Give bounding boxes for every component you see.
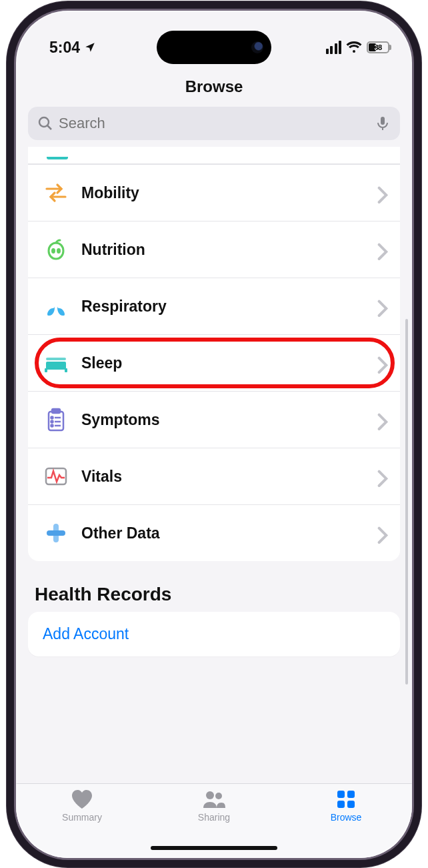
respiratory-icon bbox=[43, 293, 69, 320]
page-title: Browse bbox=[16, 64, 412, 104]
list-item-nutrition[interactable]: Nutrition bbox=[28, 221, 400, 278]
cellular-signal-icon bbox=[326, 41, 342, 54]
list-item-label: Respiratory bbox=[81, 298, 377, 316]
other-data-icon bbox=[43, 520, 69, 546]
list-item-label: Sleep bbox=[81, 354, 377, 372]
svg-point-6 bbox=[58, 250, 60, 253]
list-item-sleep[interactable]: Sleep bbox=[28, 334, 400, 391]
front-camera-icon bbox=[251, 41, 263, 53]
scroll-indicator[interactable] bbox=[405, 319, 408, 685]
svg-rect-10 bbox=[65, 368, 67, 372]
svg-point-23 bbox=[215, 793, 222, 799]
device-frame: 5:04 38 Browse bbox=[16, 11, 412, 858]
chevron-right-icon bbox=[377, 300, 388, 313]
chevron-right-icon bbox=[377, 186, 388, 199]
symptoms-icon bbox=[43, 406, 69, 433]
search-field[interactable] bbox=[28, 107, 400, 140]
status-time: 5:04 bbox=[49, 39, 80, 57]
add-account-button[interactable]: Add Account bbox=[28, 612, 400, 657]
chevron-right-icon bbox=[377, 243, 388, 256]
categories-card: Mobility Nutrition Respiratory bbox=[28, 147, 400, 561]
list-item-partial[interactable] bbox=[28, 147, 400, 164]
vitals-icon bbox=[43, 463, 69, 490]
battery-icon: 38 bbox=[367, 41, 389, 53]
side-button-vol-up bbox=[7, 199, 11, 252]
wifi-icon bbox=[346, 41, 362, 54]
dynamic-island bbox=[157, 31, 271, 64]
tab-label: Sharing bbox=[198, 812, 230, 823]
svg-rect-2 bbox=[381, 117, 385, 125]
list-item-symptoms[interactable]: Symptoms bbox=[28, 391, 400, 448]
svg-rect-8 bbox=[46, 358, 66, 360]
tab-label: Summary bbox=[62, 812, 102, 823]
list-item-label: Nutrition bbox=[81, 241, 377, 259]
search-icon bbox=[37, 115, 53, 131]
svg-point-0 bbox=[39, 117, 49, 127]
svg-rect-24 bbox=[337, 791, 345, 798]
svg-rect-7 bbox=[46, 362, 66, 370]
browse-list[interactable]: Mobility Nutrition Respiratory bbox=[16, 147, 412, 657]
svg-point-13 bbox=[51, 417, 53, 419]
svg-rect-21 bbox=[47, 530, 65, 536]
chevron-right-icon bbox=[377, 413, 388, 426]
nutrition-icon bbox=[43, 236, 69, 263]
list-item-respiratory[interactable]: Respiratory bbox=[28, 278, 400, 334]
dictation-icon[interactable] bbox=[375, 115, 391, 131]
chevron-right-icon bbox=[377, 356, 388, 370]
chevron-right-icon bbox=[377, 526, 388, 540]
tab-summary[interactable]: Summary bbox=[16, 789, 148, 858]
side-button-power bbox=[417, 213, 421, 294]
location-arrow-icon bbox=[84, 41, 96, 53]
list-item-label: Vitals bbox=[81, 468, 377, 486]
svg-rect-27 bbox=[347, 801, 355, 808]
section-header-health-records: Health Records bbox=[35, 584, 393, 605]
mobility-icon bbox=[43, 179, 69, 206]
people-icon bbox=[203, 789, 225, 809]
battery-percentage: 38 bbox=[368, 43, 388, 51]
list-item-label: Mobility bbox=[81, 184, 377, 202]
add-account-label: Add Account bbox=[43, 625, 129, 642]
grid-icon bbox=[335, 789, 357, 809]
svg-rect-12 bbox=[52, 409, 60, 413]
svg-line-1 bbox=[47, 125, 51, 129]
tab-label: Browse bbox=[331, 812, 362, 823]
svg-rect-9 bbox=[45, 368, 47, 372]
list-item-other-data[interactable]: Other Data bbox=[28, 504, 400, 561]
svg-rect-26 bbox=[337, 801, 345, 808]
side-button-silent bbox=[7, 152, 11, 177]
heart-icon bbox=[71, 789, 93, 809]
svg-point-5 bbox=[53, 250, 55, 253]
chevron-right-icon bbox=[377, 470, 388, 483]
svg-point-15 bbox=[51, 421, 53, 423]
list-item-vitals[interactable]: Vitals bbox=[28, 448, 400, 504]
svg-point-17 bbox=[51, 425, 53, 427]
svg-rect-25 bbox=[347, 791, 355, 798]
partial-category-icon bbox=[47, 153, 68, 159]
list-item-label: Other Data bbox=[81, 524, 377, 542]
home-indicator[interactable] bbox=[151, 846, 277, 850]
svg-point-22 bbox=[206, 791, 214, 799]
sleep-icon bbox=[43, 350, 69, 376]
list-item-mobility[interactable]: Mobility bbox=[28, 164, 400, 221]
search-input[interactable] bbox=[59, 115, 375, 132]
side-button-vol-down bbox=[7, 266, 11, 319]
list-item-label: Symptoms bbox=[81, 411, 377, 429]
tab-browse[interactable]: Browse bbox=[280, 789, 412, 858]
